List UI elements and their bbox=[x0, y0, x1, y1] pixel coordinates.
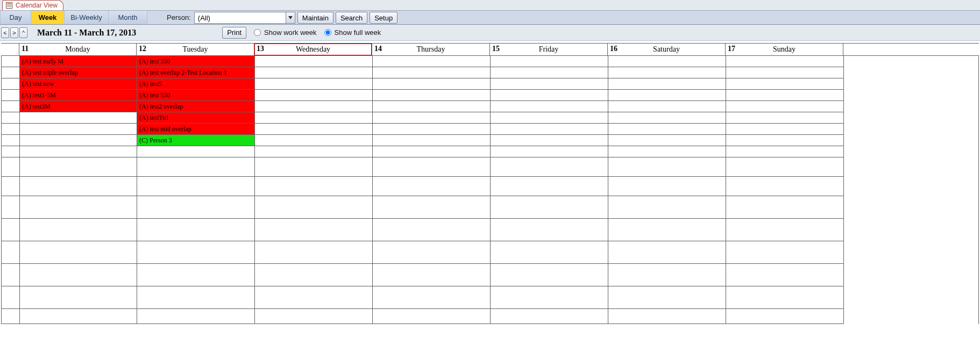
calendar-cell[interactable] bbox=[137, 196, 255, 219]
calendar-cell[interactable] bbox=[726, 90, 844, 101]
calendar-cell[interactable] bbox=[20, 146, 137, 157]
view-week-button[interactable]: Week bbox=[31, 11, 65, 24]
calendar-cell[interactable] bbox=[608, 90, 726, 101]
event[interactable]: (A) test overlap 2-Test Location 1 bbox=[137, 67, 254, 78]
calendar-cell[interactable] bbox=[373, 219, 491, 241]
calendar-cell[interactable] bbox=[726, 157, 844, 177]
calendar-cell[interactable] bbox=[491, 286, 608, 309]
calendar-cell[interactable] bbox=[726, 146, 844, 157]
calendar-cell[interactable] bbox=[137, 157, 255, 177]
calendar-cell[interactable] bbox=[726, 56, 844, 67]
calendar-cell[interactable]: (A) test2 overlap bbox=[137, 101, 255, 112]
calendar-cell[interactable] bbox=[608, 135, 726, 146]
header-saturday[interactable]: 16 Saturday bbox=[608, 44, 726, 55]
calendar-cell[interactable] bbox=[2, 90, 20, 101]
calendar-cell[interactable]: (A) test overlap 2-Test Location 1 bbox=[137, 67, 255, 78]
calendar-cell[interactable] bbox=[608, 56, 726, 67]
view-biweekly-button[interactable]: Bi-Weekly bbox=[65, 11, 109, 24]
calendar-cell[interactable] bbox=[373, 112, 491, 124]
person-combo[interactable]: (All) bbox=[194, 12, 295, 24]
calendar-cell[interactable] bbox=[373, 67, 491, 78]
calendar-cell[interactable] bbox=[491, 90, 608, 101]
event[interactable]: (A) test3M bbox=[20, 101, 137, 112]
calendar-cell[interactable] bbox=[20, 157, 137, 177]
calendar-cell[interactable] bbox=[491, 67, 608, 78]
event[interactable]: (A) test1-5M bbox=[20, 90, 137, 100]
calendar-cell[interactable] bbox=[726, 101, 844, 112]
calendar-cell[interactable] bbox=[255, 101, 373, 112]
calendar-cell[interactable] bbox=[2, 112, 20, 124]
calendar-cell[interactable] bbox=[726, 112, 844, 124]
calendar-cell[interactable] bbox=[726, 124, 844, 135]
event[interactable]: (A) test triple overlap bbox=[20, 67, 137, 78]
calendar-cell[interactable] bbox=[255, 112, 373, 124]
calendar-cell[interactable] bbox=[137, 286, 255, 309]
calendar-cell[interactable]: (A) test early M bbox=[20, 56, 137, 67]
calendar-cell[interactable] bbox=[2, 146, 20, 157]
calendar-cell[interactable] bbox=[2, 56, 20, 67]
calendar-cell[interactable] bbox=[608, 177, 726, 196]
maintain-button[interactable]: Maintain bbox=[297, 12, 333, 24]
calendar-cell[interactable] bbox=[20, 112, 137, 124]
calendar-cell[interactable] bbox=[373, 124, 491, 135]
calendar-cell[interactable] bbox=[491, 146, 608, 157]
calendar-cell[interactable] bbox=[255, 124, 373, 135]
header-thursday[interactable]: 14 Thursday bbox=[372, 44, 490, 55]
calendar-cell[interactable] bbox=[726, 196, 844, 219]
calendar-cell[interactable] bbox=[608, 124, 726, 135]
calendar-cell[interactable] bbox=[608, 309, 726, 324]
calendar-cell[interactable] bbox=[608, 157, 726, 177]
calendar-cell[interactable] bbox=[373, 78, 491, 90]
calendar-cell[interactable] bbox=[20, 219, 137, 241]
calendar-cell[interactable] bbox=[2, 286, 20, 309]
calendar-cell[interactable] bbox=[2, 219, 20, 241]
calendar-cell[interactable] bbox=[373, 135, 491, 146]
calendar-cell[interactable] bbox=[608, 219, 726, 241]
calendar-cell[interactable] bbox=[608, 101, 726, 112]
calendar-cell[interactable] bbox=[20, 264, 137, 286]
calendar-cell[interactable] bbox=[726, 67, 844, 78]
event[interactable]: (A) test 530 bbox=[137, 90, 254, 100]
calendar-cell[interactable] bbox=[20, 309, 137, 324]
calendar-cell[interactable]: (A) test new bbox=[20, 78, 137, 90]
calendar-cell[interactable] bbox=[2, 196, 20, 219]
calendar-cell[interactable] bbox=[373, 101, 491, 112]
calendar-cell[interactable] bbox=[726, 286, 844, 309]
calendar-cell[interactable] bbox=[255, 309, 373, 324]
calendar-cell[interactable] bbox=[2, 101, 20, 112]
calendar-cell[interactable] bbox=[2, 241, 20, 264]
calendar-cell[interactable] bbox=[608, 112, 726, 124]
header-wednesday[interactable]: 13 Wednesday bbox=[254, 44, 372, 55]
calendar-cell[interactable] bbox=[2, 135, 20, 146]
calendar-cell[interactable]: (A) test3M bbox=[20, 101, 137, 112]
calendar-cell[interactable] bbox=[255, 241, 373, 264]
event[interactable]: (A) test new bbox=[20, 78, 137, 89]
calendar-cell[interactable] bbox=[726, 78, 844, 90]
calendar-cell[interactable] bbox=[608, 264, 726, 286]
calendar-cell[interactable]: (A) test1-5M bbox=[20, 90, 137, 101]
calendar-cell[interactable] bbox=[255, 157, 373, 177]
person-combo-value[interactable]: (All) bbox=[194, 12, 286, 24]
calendar-cell[interactable] bbox=[373, 157, 491, 177]
calendar-cell[interactable] bbox=[373, 286, 491, 309]
calendar-cell[interactable] bbox=[255, 264, 373, 286]
calendar-cell[interactable] bbox=[2, 264, 20, 286]
calendar-cell[interactable] bbox=[255, 56, 373, 67]
calendar-cell[interactable] bbox=[255, 196, 373, 219]
calendar-cell[interactable] bbox=[137, 219, 255, 241]
calendar-cell[interactable] bbox=[255, 90, 373, 101]
calendar-cell[interactable] bbox=[373, 241, 491, 264]
header-monday[interactable]: 11 Monday bbox=[19, 44, 137, 55]
calendar-cell[interactable]: (A) testTu1 bbox=[137, 112, 255, 124]
calendar-cell[interactable] bbox=[491, 78, 608, 90]
calendar-cell[interactable] bbox=[255, 146, 373, 157]
calendar-cell[interactable] bbox=[608, 146, 726, 157]
calendar-cell[interactable] bbox=[255, 135, 373, 146]
calendar-cell[interactable] bbox=[137, 264, 255, 286]
calendar-cell[interactable] bbox=[608, 196, 726, 219]
prev-button[interactable]: < bbox=[1, 27, 9, 38]
calendar-cell[interactable] bbox=[608, 67, 726, 78]
calendar-cell[interactable]: (A) test 330 bbox=[137, 56, 255, 67]
calendar-cell[interactable] bbox=[491, 157, 608, 177]
calendar-cell[interactable]: (C) Person 3 bbox=[137, 135, 255, 146]
